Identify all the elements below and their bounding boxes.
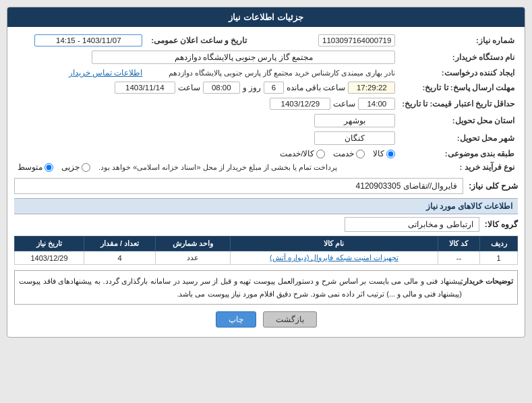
items-table: ردیف کد کالا نام کالا واحد شمارش تعداد /… — [14, 236, 518, 265]
ostan-value: بوشهر — [314, 114, 395, 127]
tawzihat-box: توضیحات خریدار: پیشنهاد فنی و مالی می با… — [14, 270, 518, 305]
col-vahed: واحد شمارش — [156, 237, 231, 251]
mohlat-baqi-label: ساعت باقی مانده — [287, 83, 345, 92]
etelaaat-tamas-link[interactable]: اطلاعات تماس خریدار — [69, 69, 142, 77]
cell-kod: -- — [438, 251, 479, 265]
tabagheh-kala-khedmat-option[interactable]: کالا/خدمت — [280, 149, 325, 158]
mohlat-saat-value: 08:00 — [203, 82, 240, 94]
mohlat-ersal-label: مهلت ارسال پاسخ: تا تاریخ: — [398, 80, 518, 96]
geroh-kala-label: گروه کالا: — [485, 220, 518, 229]
cell-vahed: عدد — [156, 251, 231, 265]
nooe-farayand-label: نوع فرآیند خرید : — [398, 160, 518, 174]
mohlat-date-value: 1403/11/14 — [115, 82, 175, 94]
nooe-note: پرداخت تمام یا بخشی از مبلغ خریدار از مح… — [98, 163, 337, 172]
tabagheh-kala-option[interactable]: کالا — [373, 149, 395, 158]
mohlat-baqi-value: 17:29:22 — [348, 82, 395, 94]
page-title: جزئیات اطلاعات نیاز — [7, 7, 525, 27]
tabagheh-khedmat-option[interactable]: خدمت — [333, 149, 365, 158]
cell-tarikh: 1403/12/29 — [15, 251, 84, 265]
cell-tedad: 4 — [84, 251, 156, 265]
tabagheh-label: طبقه بندی موضوعی: — [398, 147, 518, 160]
tawzihat-label: توضیحات خریدار: — [466, 275, 513, 288]
hadaqal-date-value: 1403/12/29 — [270, 98, 330, 110]
bazgasht-button[interactable]: بازگشت — [263, 311, 317, 328]
table-row: 1 -- تجهیزات امنیت شبکه فایروال (دیواره … — [15, 251, 518, 265]
sareh-koli-label: شرح کلی نیاز: — [469, 181, 518, 191]
tarikh-value: 1403/11/07 - 14:15 — [34, 34, 142, 46]
nooe-motevaset-option[interactable]: متوسط — [18, 162, 53, 172]
shomare-niaz-value: 1103097164000719 — [318, 34, 395, 46]
nam-dastgah-label: نام دستگاه خریدار: — [398, 49, 518, 66]
sareh-koli-value: فایروال//تقاضای 4120903305 — [14, 178, 463, 194]
cell-radif: 1 — [480, 251, 518, 265]
col-nam: نام کالا — [230, 237, 438, 251]
nooe-jozi-option[interactable]: جزیی — [61, 162, 90, 172]
shahr-label: شهر محل تحویل: — [398, 129, 518, 147]
geroh-kala-value: ارتباطی و مخابراتی — [345, 217, 479, 232]
mohlat-rooz-label: روز و — [243, 83, 261, 92]
col-tarikh: تاریخ نیاز — [15, 237, 84, 251]
shahr-value: کنگان — [314, 131, 395, 145]
hadaqal-label: حداقل تاریخ اعتبار قیمت: تا تاریخ: — [398, 96, 518, 112]
ijad-label: ایجاد کننده درخواست: — [398, 66, 518, 80]
col-kod: کد کالا — [438, 237, 479, 251]
tarikh-label: تاریخ و ساعت اعلان عمومی: — [146, 32, 250, 49]
cell-nam[interactable]: تجهیزات امنیت شبکه فایروال (دیواره آتش) — [230, 251, 438, 265]
col-tedad: تعداد / مقدار — [84, 237, 156, 251]
kalahayi-section-title: اطلاعات کالاهای مورد نیاز — [14, 198, 518, 214]
mohlat-rooz-value: 6 — [264, 82, 284, 94]
tawzihat-text: پیشنهاد فنی و مالی می بایست بر اساس شرح … — [19, 275, 462, 300]
chap-button[interactable]: چاپ — [216, 311, 256, 328]
shomare-niaz-label: شماره نیاز: — [398, 32, 518, 49]
nam-dastgah-value: مجتمع گاز پارس جنوبی پالایشگاه دوازدهم — [92, 51, 395, 64]
ostan-label: استان محل تحویل: — [398, 112, 518, 129]
col-radif: ردیف — [480, 237, 518, 251]
hadaqal-saat-label: ساعت — [333, 99, 355, 108]
mohlat-saat-label: ساعت — [178, 83, 200, 92]
hadaqal-saat-value: 14:00 — [358, 98, 395, 110]
ijad-value: نادر بهاری میمندی کارشناس خرید مجتمع گاز… — [169, 69, 396, 77]
